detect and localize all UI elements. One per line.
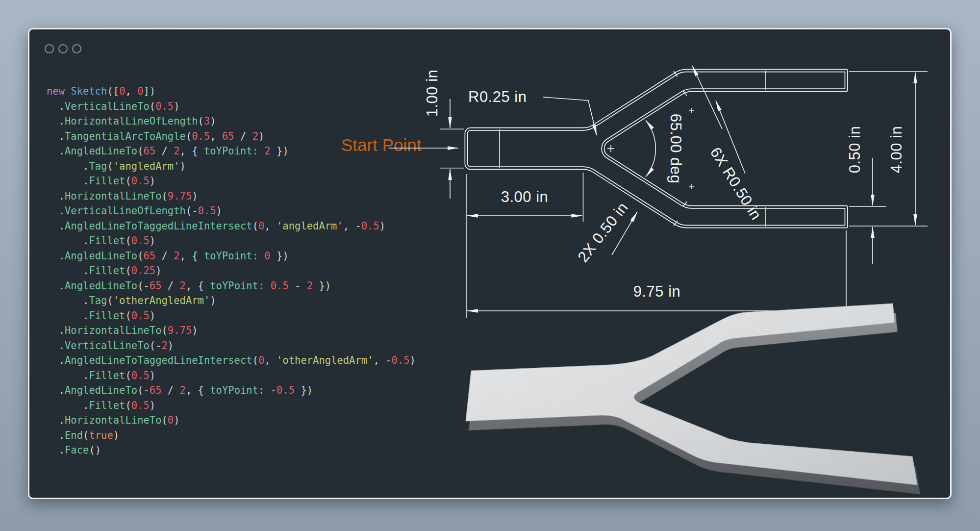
dim-arm-thickness: 2X 0.50 in [574,199,637,266]
desktop: { "window": { "kind": "code-and-cad-view… [0,0,980,531]
dim-label-vertex-radius: R0.25 in [468,88,527,105]
dim-stem-height: 1.00 in [424,70,464,199]
render-3d-part [466,303,920,494]
dim-fork-angle: 65.00 deg [646,114,684,183]
app-window: new Sketch([0, 0]) .VerticalLineTo(0.5) … [28,28,952,499]
dim-label-stem-height: 1.00 in [424,70,441,117]
cad-canvas: 1.00 in R0.25 in Start Point 3.00 in [29,29,952,499]
technical-drawing: 1.00 in R0.25 in Start Point 3.00 in [341,66,928,318]
dim-stem-length: 3.00 in [466,173,583,318]
dim-label-arm-width: 0.50 in [846,126,863,174]
start-point-annotation: Start Point [341,135,458,154]
dim-total-length: 9.75 in [467,230,846,318]
dim-label-total-length: 9.75 in [633,283,681,300]
dim-label-fillet-radius: 6X R0.50 in [707,144,765,223]
dim-label-total-height: 4.00 in [888,126,905,174]
dim-arm-width: 0.50 in [846,126,886,264]
dim-label-fork-angle: 65.00 deg [667,114,684,183]
dim-label-stem-length: 3.00 in [501,188,549,205]
start-point-label: Start Point [341,135,422,154]
